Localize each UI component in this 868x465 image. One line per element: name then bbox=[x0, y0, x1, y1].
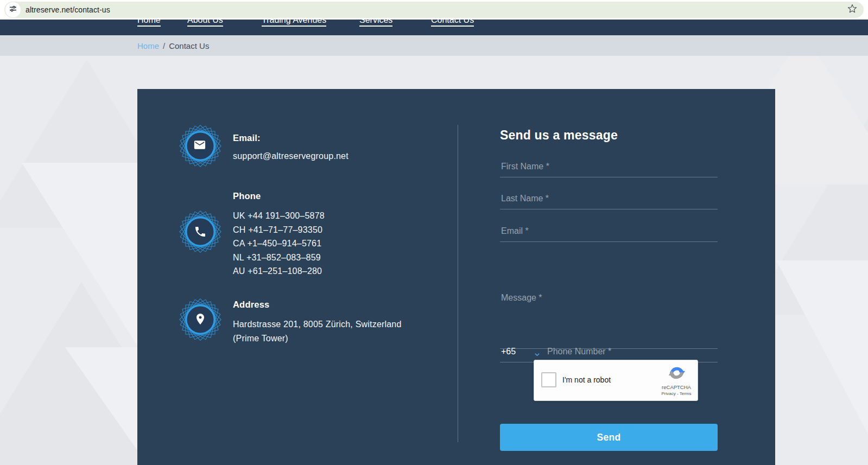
recaptcha-label: I'm not a robot bbox=[562, 375, 611, 384]
address-value: Hardstrasse 201, 8005 Zürich, Switzerlan… bbox=[233, 317, 402, 346]
nav-link-home[interactable]: Home bbox=[137, 20, 161, 27]
email-value: support@altreservegroup.net bbox=[233, 151, 349, 161]
contact-panel: Email: support@altreservegroup.net Phone… bbox=[137, 89, 775, 465]
nav-link-services[interactable]: Services bbox=[359, 20, 392, 27]
form-title: Send us a message bbox=[500, 128, 618, 143]
tune-icon bbox=[9, 4, 17, 15]
browser-chrome: altreserve.net/contact-us bbox=[0, 0, 868, 20]
phone-number: AU +61–251–108–280 bbox=[233, 264, 325, 278]
address-label: Address bbox=[233, 300, 269, 310]
recaptcha-logo-icon bbox=[668, 374, 685, 383]
phone-number: NL +31–852–083–859 bbox=[233, 251, 325, 265]
send-button-label: Send bbox=[597, 432, 621, 443]
message-textarea[interactable] bbox=[500, 290, 718, 349]
address-bar[interactable]: altreserve.net/contact-us bbox=[4, 2, 864, 18]
nav-link-trading-avenues[interactable]: Trading Avenues bbox=[262, 20, 326, 27]
email-input[interactable] bbox=[500, 224, 718, 242]
phone-numbers: UK +44 191–300–5878 CH +41–71–77–93350 C… bbox=[233, 209, 325, 278]
phone-number: UK +44 191–300–5878 bbox=[233, 209, 325, 223]
breadcrumb-current: Contact Us bbox=[169, 41, 209, 50]
address-line-1: Hardstrasse 201, 8005 Zürich, Switzerlan… bbox=[233, 317, 402, 332]
recaptcha-widget: I'm not a robot reCAPTCHA Privacy - Term… bbox=[534, 360, 698, 401]
phone-icon-badge bbox=[178, 209, 223, 254]
recaptcha-brand: reCAPTCHA bbox=[658, 384, 694, 390]
email-label: Email: bbox=[233, 133, 261, 143]
send-button[interactable]: Send bbox=[500, 424, 718, 451]
star-icon bbox=[847, 4, 857, 16]
phone-number: CH +41–71–77–93350 bbox=[233, 223, 325, 237]
main-navbar: Home About Us Trading Avenues Services C… bbox=[0, 20, 868, 35]
address-line-2: (Prime Tower) bbox=[233, 332, 402, 346]
address-icon-badge bbox=[178, 297, 223, 342]
email-icon-badge bbox=[178, 123, 223, 169]
breadcrumb-home-link[interactable]: Home bbox=[137, 41, 159, 50]
panel-divider bbox=[458, 125, 458, 442]
recaptcha-privacy-terms-links[interactable]: Privacy - Terms bbox=[658, 391, 694, 396]
url-text: altreserve.net/contact-us bbox=[26, 5, 110, 14]
breadcrumb: Home / Contact Us bbox=[0, 35, 868, 56]
bookmark-button[interactable] bbox=[847, 4, 858, 15]
recaptcha-checkbox[interactable] bbox=[541, 372, 556, 387]
breadcrumb-separator: / bbox=[163, 41, 165, 50]
site-info-button[interactable] bbox=[5, 2, 21, 17]
phone-number: CA +1–450–914–5761 bbox=[233, 237, 325, 251]
phone-label: Phone bbox=[233, 191, 261, 201]
last-name-input[interactable] bbox=[500, 192, 718, 209]
nav-link-contact-us[interactable]: Contact Us bbox=[431, 20, 474, 27]
first-name-input[interactable] bbox=[500, 160, 718, 177]
nav-link-about-us[interactable]: About Us bbox=[187, 20, 223, 27]
chevron-down-icon bbox=[534, 350, 540, 360]
